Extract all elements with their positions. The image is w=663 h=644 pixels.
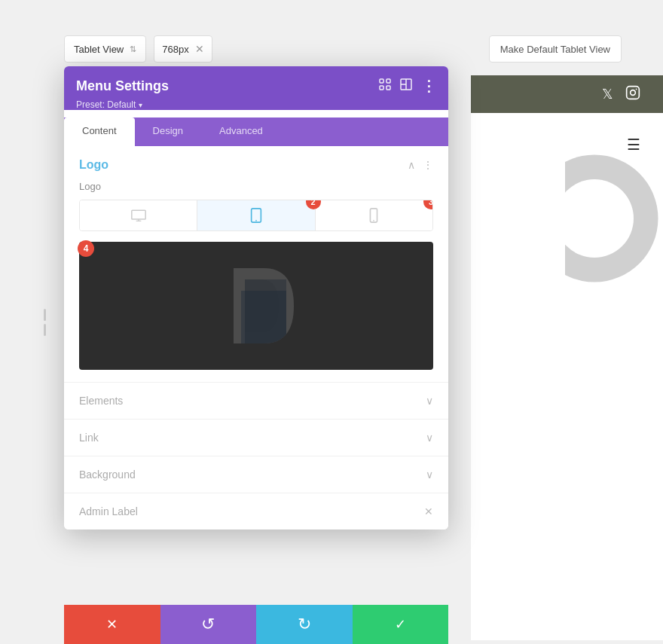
logo-section: Logo ∧ ⋮ Logo 2 — [64, 146, 448, 383]
focus-icon[interactable] — [379, 78, 391, 93]
reset-icon: ↺ — [201, 615, 215, 634]
twitter-icon[interactable]: 𝕏 — [602, 86, 613, 102]
badge-4: 4 — [78, 240, 94, 257]
elements-section[interactable]: Elements ∨ — [64, 383, 448, 420]
social-bar: 𝕏 — [471, 75, 663, 113]
tablet-view-dropdown[interactable]: Tablet View ⇅ — [64, 35, 146, 63]
background-section[interactable]: Background ∨ — [64, 456, 448, 493]
svg-rect-0 — [627, 86, 640, 99]
cancel-icon: ✕ — [106, 616, 118, 633]
svg-point-2 — [636, 88, 637, 90]
device-tab-desktop[interactable] — [80, 200, 197, 230]
background-title: Background — [79, 469, 136, 481]
redo-icon: ↻ — [298, 615, 311, 634]
panel-header: Menu Settings — [64, 66, 448, 110]
preset-arrow: ▾ — [139, 101, 142, 109]
panel-icons: ⋮ — [379, 77, 436, 95]
desktop-icon — [131, 209, 146, 221]
white-content-area: ☰ — [471, 113, 663, 640]
logo-section-header: Logo ∧ ⋮ — [79, 158, 433, 172]
device-tab-tablet[interactable]: 2 — [197, 200, 315, 230]
svg-point-17 — [255, 220, 257, 221]
elements-title: Elements — [79, 395, 123, 407]
close-icon[interactable]: ✕ — [195, 43, 204, 55]
d-logo-svg — [211, 261, 301, 351]
panel-tabs: Content Design Advanced — [64, 118, 448, 146]
svg-point-19 — [373, 220, 374, 221]
tablet-view-arrow: ⇅ — [130, 44, 136, 54]
redo-button[interactable]: ↻ — [256, 605, 353, 644]
panel-title-row: Menu Settings — [76, 77, 436, 95]
cancel-button[interactable]: ✕ — [64, 605, 160, 644]
preset-label: Preset: Default — [76, 99, 136, 110]
right-panel: 𝕏 ☰ — [471, 75, 663, 603]
admin-label-title: Admin Label — [79, 505, 138, 517]
admin-label-chevron: ✕ — [424, 505, 433, 517]
more-icon[interactable]: ⋮ — [421, 77, 436, 95]
badge-3: 3 — [423, 200, 433, 209]
menu-settings-panel: Menu Settings — [64, 66, 448, 530]
mobile-icon — [369, 208, 378, 223]
reset-button[interactable]: ↺ — [160, 605, 257, 644]
px-input[interactable]: 768px ✕ — [154, 35, 212, 63]
admin-label-section[interactable]: Admin Label ✕ — [64, 493, 448, 530]
handle-bar — [44, 309, 46, 321]
svg-rect-7 — [386, 79, 390, 83]
bottom-toolbar: ✕ ↺ ↻ ✓ — [64, 605, 448, 644]
logo-label: Logo — [79, 181, 433, 192]
svg-point-1 — [631, 90, 636, 95]
tab-advanced[interactable]: Advanced — [201, 118, 281, 146]
panel-preset[interactable]: Preset: Default ▾ — [76, 99, 436, 110]
layout-icon[interactable] — [400, 78, 412, 93]
background-chevron: ∨ — [426, 469, 433, 481]
svg-rect-9 — [386, 86, 390, 90]
svg-rect-6 — [380, 79, 383, 83]
tablet-view-label: Tablet View — [74, 44, 124, 55]
d-logo-right-svg — [565, 113, 663, 324]
left-resize-handle[interactable] — [44, 309, 46, 336]
tablet-icon — [250, 208, 262, 223]
px-value: 768px — [162, 44, 188, 55]
panel-title: Menu Settings — [76, 78, 169, 94]
logo-section-title: Logo — [79, 158, 108, 172]
make-default-button[interactable]: Make Default Tablet View — [489, 35, 622, 63]
panel-body: Logo ∧ ⋮ Logo 2 — [64, 146, 448, 530]
collapse-icon[interactable]: ∧ — [408, 159, 415, 171]
logo-preview-wrapper: 4 — [79, 242, 433, 370]
save-button[interactable]: ✓ — [353, 605, 449, 644]
link-chevron: ∨ — [426, 432, 433, 444]
save-icon: ✓ — [395, 616, 406, 633]
top-bar: Tablet View ⇅ 768px ✕ Make Default Table… — [64, 34, 622, 64]
elements-chevron: ∨ — [426, 395, 433, 407]
section-controls: ∧ ⋮ — [408, 159, 433, 171]
svg-rect-22 — [245, 279, 286, 343]
link-section[interactable]: Link ∨ — [64, 420, 448, 456]
link-title: Link — [79, 432, 99, 444]
logo-preview — [79, 242, 433, 370]
instagram-icon[interactable] — [625, 85, 640, 104]
section-more-icon[interactable]: ⋮ — [423, 159, 433, 171]
d-logo-partial — [565, 113, 663, 324]
handle-bar — [44, 324, 46, 336]
tab-design[interactable]: Design — [135, 118, 201, 146]
device-tabs: 2 3 — [79, 200, 433, 231]
tab-content[interactable]: Content — [64, 118, 135, 146]
svg-rect-8 — [380, 86, 383, 90]
device-tab-mobile[interactable]: 3 — [316, 200, 432, 230]
svg-rect-13 — [131, 210, 145, 219]
